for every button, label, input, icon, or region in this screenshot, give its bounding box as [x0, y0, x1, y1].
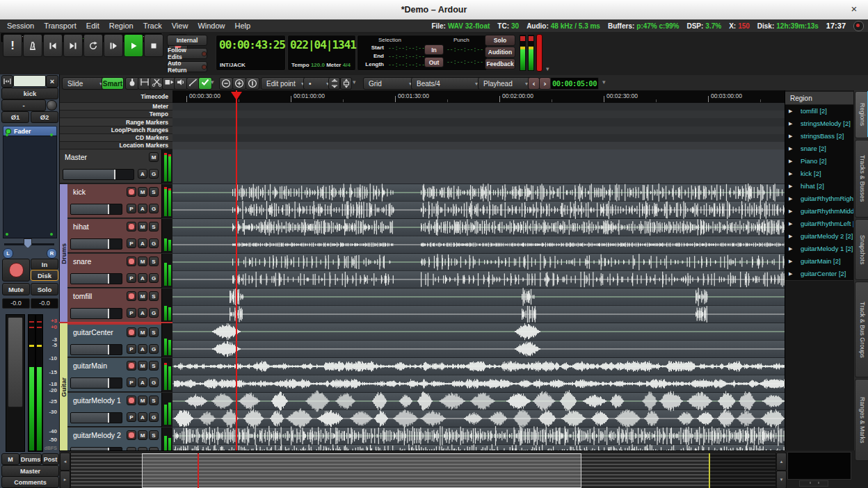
strip-close-icon[interactable]: × [46, 75, 58, 88]
expander-icon[interactable]: ▶ [789, 271, 792, 277]
track-name[interactable]: guitarMain [73, 361, 107, 370]
menu-item-session[interactable]: Session [2, 22, 39, 30]
feedback-button[interactable]: Feedback [485, 58, 515, 70]
track-name[interactable]: Master [65, 153, 87, 161]
expander-icon[interactable]: ▶ [789, 158, 792, 164]
m-track-button[interactable]: M [138, 291, 147, 301]
region-list-item[interactable]: ▶guitarCenter [2] [785, 268, 853, 281]
side-tab-track-bus-groups[interactable]: Track & Bus Groups [855, 282, 868, 377]
region-list-item[interactable]: ▶snare [2] [785, 143, 853, 156]
track-fader[interactable] [70, 204, 122, 215]
region-list-item[interactable]: ▶hihat [2] [785, 180, 853, 193]
error-log-button[interactable] [853, 21, 864, 31]
smart-mode-button[interactable]: Smart [102, 77, 124, 90]
record-arm-button[interactable] [127, 222, 136, 231]
track-fader[interactable] [63, 169, 134, 180]
playhead-line[interactable] [236, 90, 237, 450]
playhead-marker[interactable] [231, 92, 242, 100]
go-start-button[interactable] [43, 34, 63, 57]
region-list-item[interactable]: ▶guitarMain [2] [785, 255, 853, 268]
play-selection-button[interactable] [104, 34, 123, 57]
metronome-button[interactable] [23, 34, 42, 57]
menu-item-edit[interactable]: Edit [81, 22, 104, 30]
track-header-guitarmelody-2[interactable]: guitarMelody 2MSPAG [67, 428, 161, 450]
expander-icon[interactable]: ▶ [789, 196, 792, 202]
track-fader[interactable] [70, 377, 122, 389]
group-band-drums[interactable]: Drums [59, 184, 67, 323]
zoom-out-button[interactable] [219, 77, 233, 90]
a-track-button[interactable]: A [138, 169, 147, 179]
p-track-button[interactable]: P [127, 377, 136, 387]
track-color-swatch[interactable] [13, 75, 46, 87]
region-list-item[interactable]: ▶tomfill [2] [785, 105, 853, 118]
track-fader[interactable] [70, 273, 122, 284]
punch-out-time[interactable]: --:--:--:-- [447, 59, 483, 65]
expander-icon[interactable]: ▶ [789, 234, 792, 239]
go-end-button[interactable] [63, 34, 83, 57]
edit-point-dropdown[interactable]: Edit point▾ [261, 77, 307, 90]
stop-button[interactable] [144, 34, 163, 57]
track-fader[interactable] [70, 238, 122, 250]
ruler-label-meter[interactable]: Meter [59, 103, 172, 111]
timecode-ruler[interactable]: 00:00:30:0000:01:00:0000:01:30:0000:02:0… [172, 90, 785, 104]
nudge-back-button[interactable]: ‹ [528, 77, 540, 90]
a-track-button[interactable]: A [138, 377, 147, 387]
gain-display[interactable]: -0.0 [2, 298, 30, 309]
expander-icon[interactable]: ▶ [789, 221, 792, 227]
p-track-button[interactable]: P [127, 204, 136, 213]
s-track-button[interactable]: S [149, 396, 159, 405]
m-track-button[interactable]: M [138, 396, 147, 405]
strip-width-toggle-icon[interactable] [1, 75, 13, 88]
a-track-button[interactable]: A [138, 308, 147, 318]
track-name[interactable]: hihat [73, 222, 89, 231]
chevron-down-icon[interactable]: ▾ [353, 79, 356, 86]
expander-icon[interactable]: ▶ [789, 108, 792, 114]
selection-row-value[interactable]: --:--:--:-- [388, 62, 425, 68]
m-track-button[interactable]: M [138, 430, 147, 440]
zoom-in-button[interactable] [232, 77, 246, 90]
track-header-guitarmain[interactable]: guitarMainMSPAG [67, 358, 161, 392]
record-arm-button[interactable] [127, 257, 136, 266]
side-tab-regions[interactable]: Regions [855, 91, 868, 138]
primary-clock[interactable]: 00:00:43:25 INT/JACK [216, 35, 286, 71]
waveform-canvas[interactable] [172, 149, 785, 450]
pan-slider-thumb[interactable] [24, 238, 32, 248]
g-track-button[interactable]: G [149, 377, 159, 387]
grid-unit-dropdown[interactable]: Beats/4▾ [411, 77, 481, 90]
ruler-label-location-markers[interactable]: Location Markers [59, 142, 172, 149]
a-track-button[interactable]: A [138, 412, 147, 422]
nudge-forward-button[interactable]: › [539, 77, 551, 90]
master-button[interactable]: Master [1, 465, 59, 477]
track-header-guitarmelody-1[interactable]: guitarMelody 1MSPAG [67, 393, 161, 427]
chevron-down-icon[interactable]: ▾ [211, 79, 214, 86]
tab-group-drums[interactable]: Drums [19, 453, 42, 465]
summary-strip[interactable] [70, 453, 776, 488]
audition-button[interactable]: Audition [485, 47, 515, 58]
m-track-button[interactable]: M [138, 187, 147, 197]
sync-source-label[interactable]: INT/JACK [220, 62, 246, 68]
s-track-button[interactable]: S [149, 291, 159, 301]
s-track-button[interactable]: S [149, 430, 159, 440]
s-track-button[interactable]: S [149, 257, 159, 266]
expander-icon[interactable]: ▶ [789, 133, 792, 139]
tab-post[interactable]: Post [42, 453, 59, 465]
p-track-button[interactable]: P [127, 308, 136, 318]
track-fader[interactable] [70, 308, 122, 319]
close-icon[interactable]: × [849, 3, 860, 15]
track-name[interactable]: guitarMelody 1 [73, 396, 121, 405]
ruler-label-cd-markers[interactable]: CD Markers [59, 134, 172, 142]
m-track-button[interactable]: M [138, 222, 147, 231]
phase-invert-1-button[interactable]: Ø1 [1, 111, 29, 123]
ruler-label-loop-punch-ranges[interactable]: Loop/Punch Ranges [59, 127, 172, 134]
m-track-button[interactable]: M [138, 327, 147, 337]
region-list-item[interactable]: ▶guitarRhythmRight [2] [785, 193, 853, 206]
nudge-clock[interactable]: 00:00:05:00 [550, 77, 599, 90]
region-list-item[interactable]: ▶guitarRhythmMiddle [2] [785, 205, 853, 218]
comments-button[interactable]: Comments [1, 476, 59, 488]
midi-panic-button[interactable]: ! [3, 34, 22, 57]
track-name[interactable]: guitarCenter [73, 328, 113, 336]
g-track-button[interactable]: G [149, 344, 159, 354]
region-list-item[interactable]: ▶stringsBass [2] [785, 130, 853, 143]
m-track-button[interactable]: M [149, 152, 159, 162]
track-header-tomfill[interactable]: tomfillMSPAG [67, 288, 161, 323]
